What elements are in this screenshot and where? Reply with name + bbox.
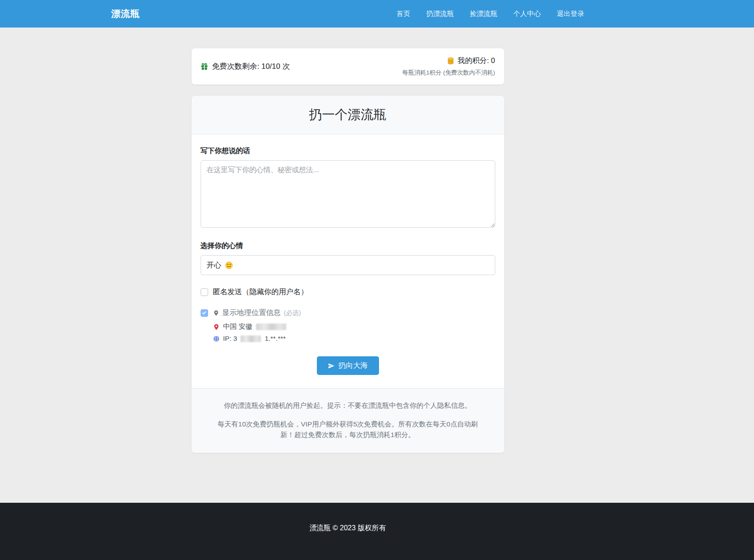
points-block: 我的积分: 0 每瓶消耗1积分 (免费次数内不消耗) [402, 56, 495, 77]
message-label: 写下你想说的话 [201, 146, 495, 156]
anonymous-row[interactable]: 匿名发送（隐藏你的用户名） [201, 287, 495, 297]
location-required-note: (必选) [284, 309, 301, 317]
anonymous-checkbox[interactable] [201, 288, 208, 296]
card-body: 写下你想说的话 选择你的心情 开心 [192, 134, 504, 388]
redacted-city [256, 323, 286, 330]
navbar: 漂流瓶 首页 扔漂流瓶 捡漂流瓶 个人中心 退出登录 [0, 0, 754, 28]
smiling-face-icon [225, 261, 233, 269]
main-container: 免费次数剩余: 10/10 次 我的积分: [191, 28, 505, 453]
ip-masked-text: 1.**.*** [264, 335, 285, 343]
nav-item-pick-bottle[interactable]: 捡漂流瓶 [470, 9, 497, 19]
page-content: 免费次数剩余: 10/10 次 我的积分: [0, 28, 754, 453]
throw-bottle-card: 扔一个漂流瓶 写下你想说的话 选择你的心情 开心 [191, 95, 505, 453]
submit-area: 扔向大海 [201, 356, 495, 375]
site-footer: 漂流瓶 © 2023 版权所有 [0, 503, 754, 560]
my-points-label: 我的积分: 0 [458, 56, 495, 66]
card-footer-notes: 你的漂流瓶会被随机的用户捡起。提示：不要在漂流瓶中包含你的个人隐私信息。 每天有… [192, 388, 504, 453]
message-textarea[interactable] [201, 160, 495, 228]
throw-button-label: 扔向大海 [339, 361, 368, 371]
redacted-ip [241, 335, 261, 342]
nav-item-throw-bottle[interactable]: 扔漂流瓶 [426, 9, 454, 19]
location-region-line: 中国 安徽 [213, 322, 495, 331]
mood-group: 选择你的心情 开心 [201, 241, 495, 275]
nav-links: 首页 扔漂流瓶 捡漂流瓶 个人中心 退出登录 [397, 9, 584, 19]
navbar-inner: 漂流瓶 首页 扔漂流瓶 捡漂流瓶 个人中心 退出登录 [111, 0, 584, 28]
points-note: 每瓶消耗1积分 (免费次数内不消耗) [402, 69, 495, 77]
red-pin-icon [213, 323, 220, 331]
location-checkbox [201, 309, 208, 317]
free-count-block: 免费次数剩余: 10/10 次 [201, 61, 290, 71]
card-title: 扔一个漂流瓶 [196, 106, 500, 124]
location-details: 中国 安徽 IP: 3 [213, 322, 495, 343]
location-label: 显示地理位置信息 [222, 308, 281, 318]
free-count-label: 免费次数剩余: 10/10 次 [212, 61, 290, 71]
gift-icon [201, 63, 208, 70]
mood-selected-value: 开心 [207, 260, 221, 270]
nav-item-home[interactable]: 首页 [397, 9, 411, 19]
brand-logo[interactable]: 漂流瓶 [111, 8, 140, 20]
paper-plane-icon [328, 363, 335, 369]
message-group: 写下你想说的话 [201, 146, 495, 229]
location-row: 显示地理位置信息 (必选) [201, 308, 495, 318]
location-region-text: 中国 安徽 [223, 322, 253, 331]
anonymous-label: 匿名发送（隐藏你的用户名） [213, 287, 308, 297]
coins-icon [447, 57, 454, 65]
mood-select[interactable]: 开心 [201, 255, 495, 275]
ip-prefix-text: IP: 3 [223, 335, 237, 343]
throw-to-sea-button[interactable]: 扔向大海 [317, 356, 379, 375]
note-quota: 每天有10次免费扔瓶机会，VIP用户额外获得5次免费机会。所有次数在每天0点自动… [211, 419, 485, 440]
stats-card: 免费次数剩余: 10/10 次 我的积分: [191, 48, 505, 85]
nav-item-logout[interactable]: 退出登录 [557, 9, 584, 19]
globe-icon [213, 335, 220, 342]
location-ip-line: IP: 3 1.**.*** [213, 335, 495, 343]
note-privacy: 你的漂流瓶会被随机的用户捡起。提示：不要在漂流瓶中包含你的个人隐私信息。 [211, 400, 485, 411]
copyright-text: 漂流瓶 © 2023 版权所有 [309, 524, 386, 532]
location-pin-icon [213, 310, 219, 316]
card-header: 扔一个漂流瓶 [192, 96, 504, 134]
mood-label: 选择你的心情 [201, 241, 495, 251]
nav-item-profile[interactable]: 个人中心 [513, 9, 541, 19]
